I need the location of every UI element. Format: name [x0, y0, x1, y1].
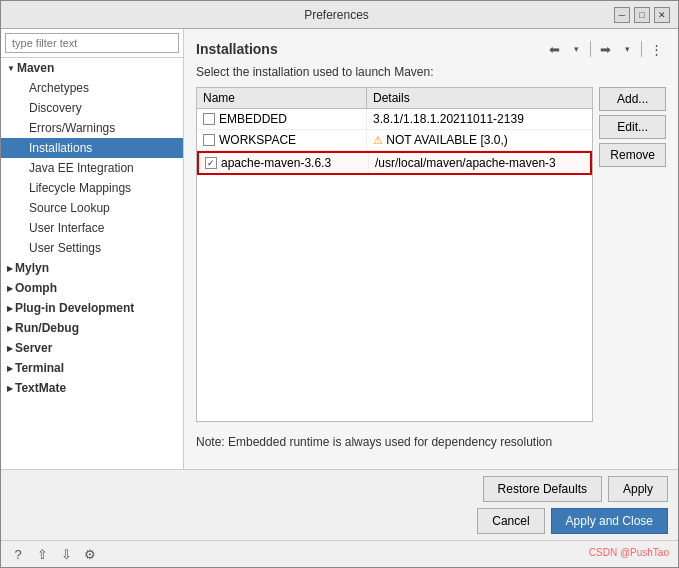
back-icon[interactable]: ⬅ — [544, 39, 564, 59]
close-button[interactable]: ✕ — [654, 7, 670, 23]
plugin-label: Plug-in Development — [15, 301, 134, 315]
sidebar-item-errors-warnings[interactable]: Errors/Warnings — [1, 118, 183, 138]
sidebar-group-oomph[interactable]: ▶ Oomph — [1, 278, 183, 298]
table-row[interactable]: EMBEDDED 3.8.1/1.18.1.20211011-2139 — [197, 109, 592, 130]
workspace-details: ⚠ NOT AVAILABLE [3.0,) — [367, 130, 592, 150]
window-controls: ─ □ ✕ — [614, 7, 670, 23]
apply-button[interactable]: Apply — [608, 476, 668, 502]
restore-apply-row: Restore Defaults Apply — [11, 476, 668, 502]
sidebar: ▼ Maven Archetypes Discovery Errors/Warn… — [1, 29, 184, 469]
import-icon[interactable]: ⇩ — [57, 545, 75, 563]
toolbar-icons: ⬅ ▾ ➡ ▾ ⋮ — [544, 39, 666, 59]
minimize-button[interactable]: ─ — [614, 7, 630, 23]
oomph-arrow: ▶ — [7, 284, 13, 293]
installations-panel: Name Details EMBEDDED 3.8.1/1.18.1.20211… — [196, 87, 666, 422]
warning-icon: ⚠ — [373, 134, 383, 146]
row-embedded-name: EMBEDDED — [197, 109, 367, 129]
server-label: Server — [15, 341, 52, 355]
sidebar-item-archetypes[interactable]: Archetypes — [1, 78, 183, 98]
sidebar-group-mylyn[interactable]: ▶ Mylyn — [1, 258, 183, 278]
sidebar-item-discovery[interactable]: Discovery — [1, 98, 183, 118]
maven-label: Maven — [17, 61, 54, 75]
terminal-arrow: ▶ — [7, 364, 13, 373]
apply-close-button[interactable]: Apply and Close — [551, 508, 668, 534]
mylyn-label: Mylyn — [15, 261, 49, 275]
toolbar-separator-2 — [641, 41, 642, 57]
sidebar-item-user-settings[interactable]: User Settings — [1, 238, 183, 258]
textmate-label: TextMate — [15, 381, 66, 395]
maven-arrow: ▼ — [7, 64, 15, 73]
apache-maven-checkbox[interactable]: ✓ — [205, 157, 217, 169]
menu-icon[interactable]: ⋮ — [646, 39, 666, 59]
settings-icon[interactable]: ⚙ — [81, 545, 99, 563]
side-buttons: Add... Edit... Remove — [599, 87, 666, 422]
help-icon[interactable]: ? — [9, 545, 27, 563]
sidebar-item-installations[interactable]: Installations — [1, 138, 183, 158]
oomph-label: Oomph — [15, 281, 57, 295]
cancel-apply-close-row: Cancel Apply and Close — [11, 508, 668, 534]
add-button[interactable]: Add... — [599, 87, 666, 111]
sidebar-group-server[interactable]: ▶ Server — [1, 338, 183, 358]
forward-icon[interactable]: ➡ — [595, 39, 615, 59]
embedded-checkbox[interactable] — [203, 113, 215, 125]
installation-description: Select the installation used to launch M… — [196, 65, 666, 79]
bottom-bar: Restore Defaults Apply Cancel Apply and … — [1, 469, 678, 540]
filter-input[interactable] — [5, 33, 179, 53]
col-name-header: Name — [197, 88, 367, 108]
footer-bar: ? ⇧ ⇩ ⚙ — [1, 540, 678, 567]
textmate-arrow: ▶ — [7, 384, 13, 393]
mylyn-arrow: ▶ — [7, 264, 13, 273]
cancel-button[interactable]: Cancel — [477, 508, 544, 534]
row-workspace-name: WORKSPACE — [197, 130, 367, 150]
content-title: Installations — [196, 41, 278, 57]
filter-box — [1, 29, 183, 58]
content-header: Installations ⬅ ▾ ➡ ▾ ⋮ — [196, 39, 666, 59]
sidebar-group-textmate[interactable]: ▶ TextMate — [1, 378, 183, 398]
preferences-window: Preferences ─ □ ✕ ▼ Maven Archetypes Dis… — [0, 0, 679, 568]
title-bar: Preferences ─ □ ✕ — [1, 1, 678, 29]
embedded-label: EMBEDDED — [219, 112, 287, 126]
restore-defaults-button[interactable]: Restore Defaults — [483, 476, 602, 502]
sidebar-item-lifecycle-mappings[interactable]: Lifecycle Mappings — [1, 178, 183, 198]
content-area: Installations ⬅ ▾ ➡ ▾ ⋮ Select the insta… — [184, 29, 678, 469]
apache-maven-details: /usr/local/maven/apache-maven-3 — [369, 153, 590, 173]
back-dropdown-icon[interactable]: ▾ — [566, 39, 586, 59]
workspace-checkbox[interactable] — [203, 134, 215, 146]
plugin-arrow: ▶ — [7, 304, 13, 313]
note-text: Note: Embedded runtime is always used fo… — [196, 434, 666, 451]
table-body: EMBEDDED 3.8.1/1.18.1.20211011-2139 WORK… — [197, 109, 592, 421]
export-icon[interactable]: ⇧ — [33, 545, 51, 563]
apache-maven-label: apache-maven-3.6.3 — [221, 156, 331, 170]
forward-dropdown-icon[interactable]: ▾ — [617, 39, 637, 59]
rundebug-arrow: ▶ — [7, 324, 13, 333]
installations-table: Name Details EMBEDDED 3.8.1/1.18.1.20211… — [196, 87, 593, 422]
remove-button[interactable]: Remove — [599, 143, 666, 167]
table-header: Name Details — [197, 88, 592, 109]
server-arrow: ▶ — [7, 344, 13, 353]
window-title: Preferences — [59, 8, 614, 22]
col-details-header: Details — [367, 88, 592, 108]
terminal-label: Terminal — [15, 361, 64, 375]
sidebar-group-plugin-development[interactable]: ▶ Plug-in Development — [1, 298, 183, 318]
sidebar-group-terminal[interactable]: ▶ Terminal — [1, 358, 183, 378]
embedded-details: 3.8.1/1.18.1.20211011-2139 — [367, 109, 592, 129]
sidebar-group-maven[interactable]: ▼ Maven — [1, 58, 183, 78]
toolbar-separator-1 — [590, 41, 591, 57]
main-area: ▼ Maven Archetypes Discovery Errors/Warn… — [1, 29, 678, 469]
workspace-label: WORKSPACE — [219, 133, 296, 147]
tree-area: ▼ Maven Archetypes Discovery Errors/Warn… — [1, 58, 183, 469]
sidebar-item-source-lookup[interactable]: Source Lookup — [1, 198, 183, 218]
rundebug-label: Run/Debug — [15, 321, 79, 335]
sidebar-item-java-ee-integration[interactable]: Java EE Integration — [1, 158, 183, 178]
sidebar-item-user-interface[interactable]: User Interface — [1, 218, 183, 238]
table-row[interactable]: WORKSPACE ⚠ NOT AVAILABLE [3.0,) — [197, 130, 592, 151]
maximize-button[interactable]: □ — [634, 7, 650, 23]
row-apache-maven-name: ✓ apache-maven-3.6.3 — [199, 153, 369, 173]
sidebar-group-run-debug[interactable]: ▶ Run/Debug — [1, 318, 183, 338]
table-row[interactable]: ✓ apache-maven-3.6.3 /usr/local/maven/ap… — [197, 151, 592, 175]
edit-button[interactable]: Edit... — [599, 115, 666, 139]
